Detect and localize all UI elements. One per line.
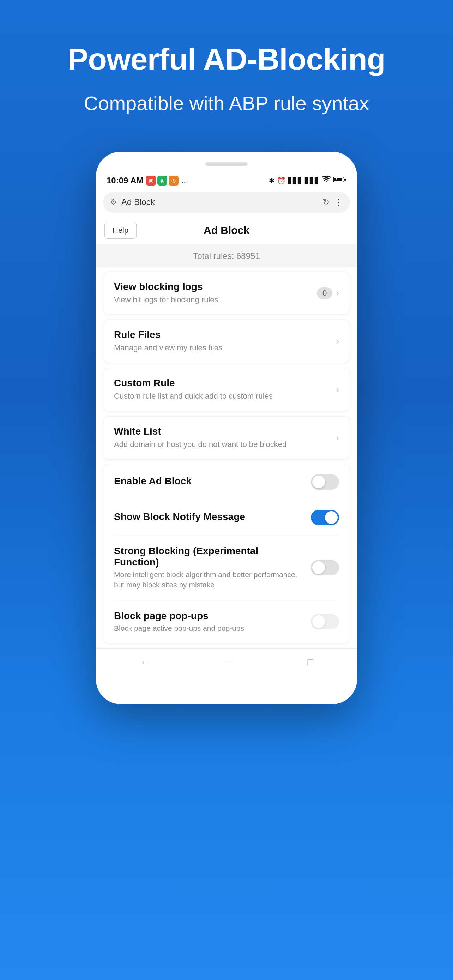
blocking-logs-badge: 0 (317, 287, 332, 299)
status-dots: ... (181, 176, 188, 185)
toggle-show-block-notify[interactable] (311, 510, 339, 525)
setting-show-block-notify[interactable]: Show Block Notify Message (114, 500, 339, 536)
setting-title-show-block-notify: Show Block Notify Message (114, 511, 304, 522)
menu-item-content-rule-files: Rule Files Manage and view my rules file… (114, 329, 336, 353)
hero-subtitle: Compatible with ABP rule syntax (68, 91, 386, 116)
signal-icon-2: ▋▋▋ (305, 177, 319, 185)
setting-enable-ad-block[interactable]: Enable Ad Block (114, 464, 339, 500)
bluetooth-icon: ✱ (269, 177, 275, 185)
menu-item-right-rule-files: › (336, 336, 339, 347)
menu-item-desc-white-list: Add domain or host you do not want to be… (114, 439, 336, 450)
menu-item-content-white-list: White List Add domain or host you do not… (114, 426, 336, 450)
setting-desc-strong-blocking: More intelligent block algorithm and bet… (114, 570, 304, 590)
chevron-icon-rule-files: › (336, 336, 339, 347)
toggle-thumb-show-block-notify (325, 511, 338, 524)
menu-item-title-logs: View blocking logs (114, 281, 317, 293)
app-icon-1: ▣ (146, 176, 156, 186)
battery-icon (333, 176, 347, 185)
setting-desc-block-page-popups: Block page active pop-ups and pop-ups (114, 623, 304, 633)
toggle-block-page-popups[interactable] (311, 614, 339, 629)
hero-section: Powerful AD-Blocking Compatible with ABP… (40, 0, 414, 138)
menu-item-desc-logs: View hit logs for blocking rules (114, 294, 317, 305)
back-nav-icon[interactable]: ← (140, 656, 151, 669)
hero-title: Powerful AD-Blocking (68, 42, 386, 76)
setting-content-strong-blocking: Strong Blocking (Experimental Function) … (114, 546, 311, 590)
setting-content-block-page-popups: Block page pop-ups Block page active pop… (114, 610, 311, 633)
menu-item-view-blocking-logs[interactable]: View blocking logs View hit logs for blo… (103, 272, 350, 315)
chevron-icon-white-list: › (336, 433, 339, 444)
home-nav-icon[interactable]: — (224, 657, 234, 668)
menu-item-title-custom-rule: Custom Rule (114, 377, 336, 389)
toggle-enable-ad-block[interactable] (311, 474, 339, 490)
toggle-strong-blocking[interactable] (311, 560, 339, 575)
menu-item-content-custom-rule: Custom Rule Custom rule list and quick a… (114, 377, 336, 402)
menu-list: View blocking logs View hit logs for blo… (96, 267, 357, 464)
alarm-icon: ⏰ (277, 177, 286, 185)
setting-title-enable-ad-block: Enable Ad Block (114, 476, 304, 487)
total-rules-banner: Total rules: 68951 (96, 245, 357, 267)
menu-item-custom-rule[interactable]: Custom Rule Custom rule list and quick a… (103, 368, 350, 411)
setting-content-enable-ad-block: Enable Ad Block (114, 476, 311, 488)
address-bar-menu-icon[interactable]: ⋮ (334, 197, 343, 208)
status-app-icons: ▣ ◉ ◎ (146, 176, 178, 186)
menu-item-title-rule-files: Rule Files (114, 329, 336, 340)
help-button[interactable]: Help (105, 222, 137, 239)
page-title: Ad Block (203, 224, 250, 236)
recents-nav-icon[interactable]: □ (307, 657, 313, 668)
phone-mockup: 10:09 AM ▣ ◉ ◎ ... ✱ ⏰ ▋▋▋ ▋▋▋ (96, 152, 357, 704)
address-bar-settings-icon: ⚙ (110, 197, 117, 207)
setting-block-page-popups[interactable]: Block page pop-ups Block page active pop… (114, 600, 339, 643)
phone-pill (205, 162, 248, 166)
safe-area (96, 676, 357, 686)
setting-content-show-block-notify: Show Block Notify Message (114, 511, 311, 524)
menu-item-white-list[interactable]: White List Add domain or host you do not… (103, 416, 350, 460)
setting-title-block-page-popups: Block page pop-ups (114, 610, 304, 622)
chevron-icon-logs: › (336, 288, 339, 298)
setting-title-strong-blocking: Strong Blocking (Experimental Function) (114, 546, 304, 568)
menu-item-title-white-list: White List (114, 426, 336, 437)
address-bar-url: Ad Block (121, 197, 318, 207)
menu-item-desc-rule-files: Manage and view my rules files (114, 342, 336, 353)
toggle-thumb-strong-blocking (312, 561, 325, 574)
setting-strong-blocking[interactable]: Strong Blocking (Experimental Function) … (114, 536, 339, 600)
menu-item-rule-files[interactable]: Rule Files Manage and view my rules file… (103, 320, 350, 363)
status-icons-right: ✱ ⏰ ▋▋▋ ▋▋▋ (269, 176, 347, 185)
status-bar: 10:09 AM ▣ ◉ ◎ ... ✱ ⏰ ▋▋▋ ▋▋▋ (96, 173, 357, 188)
status-time: 10:09 AM (106, 176, 143, 186)
settings-section: Enable Ad Block Show Block Notify Messag… (103, 464, 350, 643)
menu-item-content-logs: View blocking logs View hit logs for blo… (114, 281, 317, 305)
app-icon-3: ◎ (168, 176, 178, 186)
menu-item-right-white-list: › (336, 433, 339, 444)
wifi-icon (322, 176, 331, 185)
page-header: Help Ad Block (96, 216, 357, 245)
address-bar[interactable]: ⚙ Ad Block ↻ ⋮ (103, 192, 350, 213)
menu-item-right-custom-rule: › (336, 384, 339, 395)
app-icon-2: ◉ (157, 176, 167, 186)
signal-icon-1: ▋▋▋ (288, 177, 303, 185)
svg-rect-2 (344, 178, 346, 181)
bottom-nav: ← — □ (96, 648, 357, 676)
svg-rect-1 (334, 178, 342, 181)
chevron-icon-custom-rule: › (336, 384, 339, 395)
toggle-thumb-enable-ad-block (312, 476, 325, 488)
refresh-icon[interactable]: ↻ (323, 197, 329, 207)
menu-item-right-logs: 0 › (317, 287, 339, 299)
toggle-thumb-block-page-popups (312, 615, 325, 628)
menu-item-desc-custom-rule: Custom rule list and quick add to custom… (114, 391, 336, 402)
